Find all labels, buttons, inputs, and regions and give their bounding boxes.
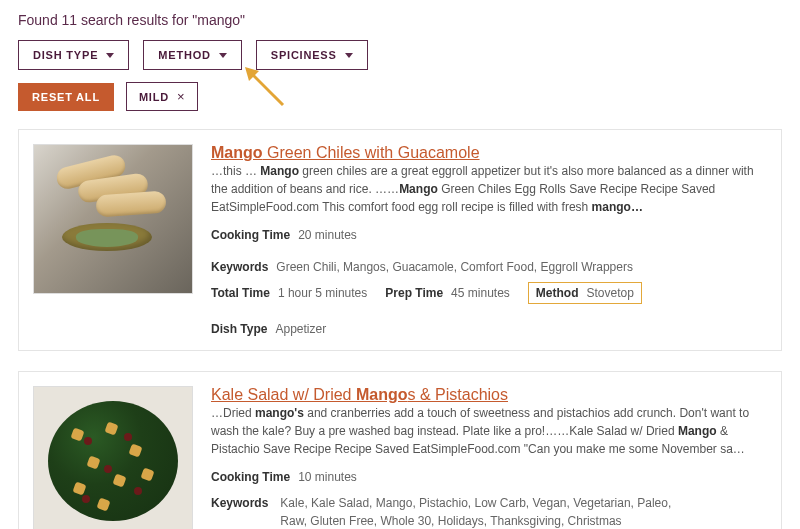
meta-keywords: KeywordsKale, Kale Salad, Mango, Pistach…	[211, 494, 767, 529]
meta-method-highlighted: MethodStovetop	[528, 282, 642, 304]
chip-label: MILD	[139, 91, 169, 103]
meta-dish-type: Dish TypeAppetizer	[211, 322, 326, 336]
recipe-snippet: …Dried mango's and cranberries add a tou…	[211, 404, 767, 458]
close-icon: ×	[177, 90, 185, 103]
search-results-summary: Found 11 search results for "mango"	[18, 12, 782, 28]
filter-method[interactable]: METHOD	[143, 40, 241, 70]
meta-cooking-time: Cooking Time20 minutes	[211, 228, 357, 242]
meta-cooking-time: Cooking Time10 minutes	[211, 470, 357, 484]
filter-spiciness[interactable]: SPICINESS	[256, 40, 368, 70]
filter-bar: DISH TYPE METHOD SPICINESS	[18, 40, 782, 70]
recipe-title-link[interactable]: Mango Green Chiles with Guacamole	[211, 144, 480, 161]
filter-label: SPICINESS	[271, 49, 337, 61]
chevron-down-icon	[219, 53, 227, 58]
chevron-down-icon	[345, 53, 353, 58]
result-content: Mango Green Chiles with Guacamole …this …	[211, 144, 767, 336]
recipe-title-link[interactable]: Kale Salad w/ Dried Mangos & Pistachios	[211, 386, 508, 403]
meta-keywords: KeywordsGreen Chili, Mangos, Guacamole, …	[211, 260, 633, 274]
filter-label: DISH TYPE	[33, 49, 98, 61]
filter-chip-mild[interactable]: MILD ×	[126, 82, 199, 111]
result-content: Kale Salad w/ Dried Mangos & Pistachios …	[211, 386, 767, 529]
search-result: Kale Salad w/ Dried Mangos & Pistachios …	[18, 371, 782, 529]
meta-prep-time: Prep Time45 minutes	[385, 286, 510, 300]
recipe-thumbnail[interactable]	[33, 386, 193, 529]
filter-dish-type[interactable]: DISH TYPE	[18, 40, 129, 70]
chevron-down-icon	[106, 53, 114, 58]
filter-label: METHOD	[158, 49, 210, 61]
recipe-thumbnail[interactable]	[33, 144, 193, 294]
reset-all-button[interactable]: RESET ALL	[18, 83, 114, 111]
search-result: Mango Green Chiles with Guacamole …this …	[18, 129, 782, 351]
meta-total-time: Total Time1 hour 5 minutes	[211, 286, 367, 300]
recipe-snippet: …this … Mango green chiles are a great e…	[211, 162, 767, 216]
active-filters-row: RESET ALL MILD ×	[18, 82, 782, 111]
